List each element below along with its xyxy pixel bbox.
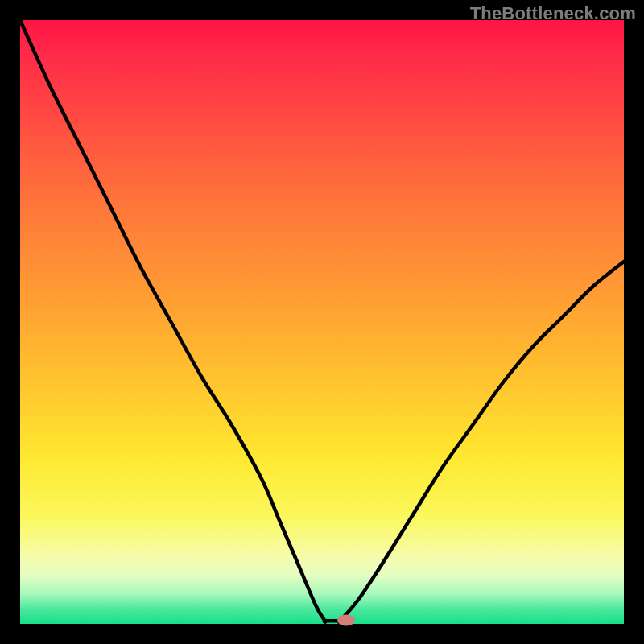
chart-frame: TheBottleneck.com: [0, 0, 644, 644]
optimum-marker: [337, 615, 355, 626]
watermark-text: TheBottleneck.com: [470, 3, 636, 24]
bottleneck-curve: [20, 20, 624, 622]
curve-svg: [20, 20, 624, 624]
plot-area: [20, 20, 624, 624]
